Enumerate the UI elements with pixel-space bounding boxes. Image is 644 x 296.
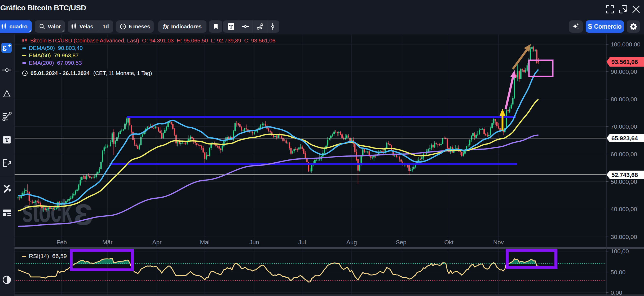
svg-text:50,00: 50,00 — [611, 269, 625, 276]
svg-text:Jun: Jun — [249, 239, 259, 246]
svg-text:52.743,68: 52.743,68 — [611, 172, 638, 178]
svg-text:93.561,06: 93.561,06 — [611, 59, 638, 65]
svg-text:65.923,64: 65.923,64 — [611, 135, 638, 142]
svg-text:0,00: 0,00 — [611, 289, 622, 296]
svg-text:Sep: Sep — [396, 239, 406, 246]
svg-text:Apr: Apr — [152, 239, 162, 246]
svg-text:3: 3 — [2, 44, 7, 53]
svg-text:Aug: Aug — [346, 239, 357, 246]
svg-text:90.000,00: 90.000,00 — [611, 68, 637, 75]
svg-text:Jul: Jul — [298, 239, 306, 246]
svg-text:Okt: Okt — [444, 239, 454, 246]
svg-text:Nov: Nov — [493, 239, 504, 246]
svg-text:80.000,00: 80.000,00 — [611, 96, 637, 103]
svg-text:60.000,00: 60.000,00 — [611, 151, 637, 158]
svg-text:Mär: Mär — [102, 239, 113, 246]
svg-text:100.000,00: 100.000,00 — [611, 41, 641, 48]
svg-text:Mai: Mai — [200, 239, 210, 246]
svg-text:Feb: Feb — [56, 239, 67, 246]
svg-text:50.000,00: 50.000,00 — [611, 179, 637, 185]
svg-text:30.000,00: 30.000,00 — [611, 234, 637, 240]
svg-text:100,00: 100,00 — [611, 248, 629, 255]
svg-text:70.000,00: 70.000,00 — [611, 123, 637, 130]
svg-text:+: + — [8, 43, 11, 48]
svg-text:40.000,00: 40.000,00 — [611, 206, 637, 212]
